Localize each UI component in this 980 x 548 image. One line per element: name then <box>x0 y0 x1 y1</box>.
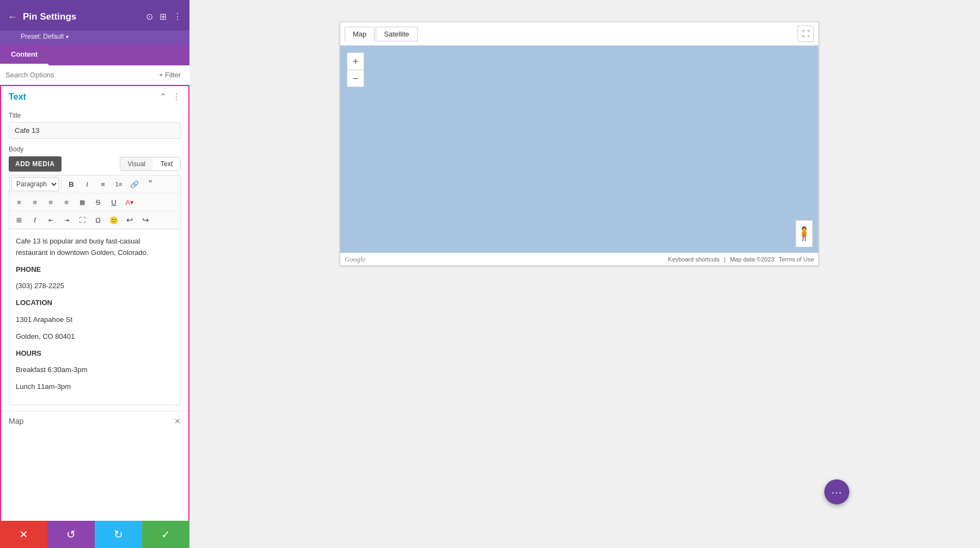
section-more-icon[interactable]: ⋮ <box>172 92 181 102</box>
keyboard-shortcuts-link[interactable]: Keyboard shortcuts <box>668 256 720 263</box>
undo-main-button[interactable]: ↺ <box>47 521 95 548</box>
map-section-collapsed[interactable]: Map ✕ <box>1 411 188 431</box>
title-field-group: Title <box>1 107 188 142</box>
omega-button[interactable]: Ω <box>90 213 106 227</box>
panel-header-left: ← Pin Settings <box>8 11 76 23</box>
underline-button[interactable]: U <box>106 195 121 209</box>
search-filter-row: + Filter <box>0 65 189 85</box>
body-label: Body <box>9 145 181 153</box>
paragraph-select[interactable]: Paragraph Heading 1 Heading 2 <box>11 177 59 191</box>
title-label: Title <box>9 112 181 119</box>
map-section-title: Map <box>9 417 23 425</box>
text-section-container: Text ⌃ ⋮ Title Body ADD MEDIA Visual <box>0 85 189 548</box>
grid-icon[interactable]: ⊞ <box>160 13 167 21</box>
color-button[interactable]: A▾ <box>122 195 137 209</box>
map-footer: Google Keyboard shortcuts | Map data ©20… <box>340 253 818 265</box>
map-container: Map Satellite ⛶ + − 🧍 <box>340 22 819 266</box>
main-area: Map Satellite ⛶ + − 🧍 <box>189 0 980 548</box>
title-input[interactable] <box>9 122 181 139</box>
preset-row[interactable]: Preset: Default ▾ <box>0 31 189 45</box>
toolbar-line-2: ≡ ≡ ≡ ≡ ▦ S U A▾ <box>9 193 180 211</box>
preset-label: Preset: Default <box>21 33 64 40</box>
visual-tab[interactable]: Visual <box>120 157 153 171</box>
indent-button[interactable]: ⇥ <box>59 213 74 227</box>
section-header-icons: ⌃ ⋮ <box>160 92 181 102</box>
icon1-button[interactable]: ⊞ <box>11 213 27 227</box>
footer-separator: | <box>724 256 726 263</box>
map-zoom-controls: + − <box>347 52 364 87</box>
fab-button[interactable]: ··· <box>824 479 849 504</box>
collapse-icon[interactable]: ⌃ <box>160 92 167 102</box>
save-button[interactable]: ✓ <box>142 521 189 548</box>
strikethrough-button[interactable]: S <box>90 195 106 209</box>
italic-button[interactable]: I <box>79 177 95 191</box>
map-footer-right: Keyboard shortcuts | Map data ©2023 Term… <box>668 256 814 263</box>
address-line1: 1301 Arapahoe St <box>16 314 174 326</box>
content-tab-bar: Content <box>0 45 189 65</box>
align-justify-button[interactable]: ≡ <box>59 195 74 209</box>
map-top-bar: Map Satellite ⛶ <box>340 22 818 46</box>
visual-text-tabs: Visual Text <box>120 157 181 171</box>
unordered-list-button[interactable]: ≡ <box>95 177 111 191</box>
search-input[interactable] <box>5 71 151 79</box>
map-tab-map[interactable]: Map <box>345 27 375 41</box>
map-tab-satellite[interactable]: Satellite <box>376 27 417 41</box>
zoom-in-button[interactable]: + <box>347 52 364 70</box>
pegman-icon: 🧍 <box>796 226 812 241</box>
filter-button[interactable]: + Filter <box>156 70 184 80</box>
map-canvas: + − 🧍 <box>340 46 818 253</box>
map-section-close-icon[interactable]: ✕ <box>174 417 181 425</box>
panel-title: Pin Settings <box>23 11 76 22</box>
more-vertical-icon[interactable]: ⋮ <box>173 13 182 21</box>
preset-dropdown-icon: ▾ <box>66 34 69 40</box>
text-section-header: Text ⌃ ⋮ <box>1 86 188 107</box>
table-button[interactable]: ▦ <box>75 195 90 209</box>
toolbar-line-3: ⊞ I ⇤ ⇥ ⛶ Ω 🙂 ↩ ↪ <box>9 211 180 229</box>
panel-header-icons: ⊙ ⊞ ⋮ <box>146 13 182 21</box>
terms-link[interactable]: Terms of Use <box>779 256 814 263</box>
close-button[interactable]: ✕ <box>0 521 47 548</box>
map-fullscreen-button[interactable]: ⛶ <box>798 26 814 42</box>
map-footer-left: Google <box>345 255 365 264</box>
emoji-button[interactable]: 🙂 <box>106 213 121 227</box>
map-tabs: Map Satellite <box>345 27 418 41</box>
text-section-title: Text <box>9 92 26 102</box>
hours-line2: Lunch 11am-3pm <box>16 381 174 393</box>
fab-icon: ··· <box>831 486 842 498</box>
fullscreen-icon: ⛶ <box>802 29 810 38</box>
expand-button[interactable]: ⛶ <box>75 213 90 227</box>
align-right-button[interactable]: ≡ <box>43 195 58 209</box>
add-media-button[interactable]: ADD MEDIA <box>9 156 62 172</box>
address-line2: Golden, CO 80401 <box>16 331 174 343</box>
ordered-list-button[interactable]: 1≡ <box>111 177 126 191</box>
link-button[interactable]: 🔗 <box>127 177 142 191</box>
editor-content[interactable]: Cafe 13 is popular and busy fast-casual … <box>9 229 181 405</box>
editor-toolbar: Paragraph Heading 1 Heading 2 B I ≡ 1≡ 🔗… <box>9 175 181 229</box>
redo-button[interactable]: ↪ <box>138 213 153 227</box>
zoom-out-button[interactable]: − <box>347 70 364 87</box>
text-tab[interactable]: Text <box>153 157 180 171</box>
align-center-button[interactable]: ≡ <box>27 195 42 209</box>
add-media-row: ADD MEDIA Visual Text <box>9 156 181 172</box>
panel-header: ← Pin Settings ⊙ ⊞ ⋮ <box>0 0 189 31</box>
map-data-label: Map data ©2023 <box>730 256 775 263</box>
tab-content[interactable]: Content <box>0 45 48 65</box>
body-description: Cafe 13 is popular and busy fast-casual … <box>16 236 174 259</box>
special-italic-button[interactable]: I <box>27 213 42 227</box>
hours-line1: Breakfast 6:30am-3pm <box>16 364 174 376</box>
blockquote-button[interactable]: " <box>143 177 158 191</box>
bottom-bar: ✕ ↺ ↻ ✓ <box>0 521 189 548</box>
map-pegman[interactable]: 🧍 <box>795 220 813 247</box>
undo-button[interactable]: ↩ <box>122 213 137 227</box>
back-icon[interactable]: ← <box>8 11 17 23</box>
bold-button[interactable]: B <box>64 177 79 191</box>
outdent-button[interactable]: ⇤ <box>43 213 58 227</box>
target-icon[interactable]: ⊙ <box>146 13 153 21</box>
redo-main-button[interactable]: ↻ <box>95 521 142 548</box>
phone-number: (303) 278-2225 <box>16 281 174 292</box>
toolbar-separator-1 <box>61 179 62 189</box>
body-section: Body ADD MEDIA Visual Text <box>1 142 188 411</box>
left-panel: ← Pin Settings ⊙ ⊞ ⋮ Preset: Default ▾ C… <box>0 0 189 548</box>
location-heading: LOCATION <box>16 299 52 307</box>
align-left-button[interactable]: ≡ <box>11 195 27 209</box>
